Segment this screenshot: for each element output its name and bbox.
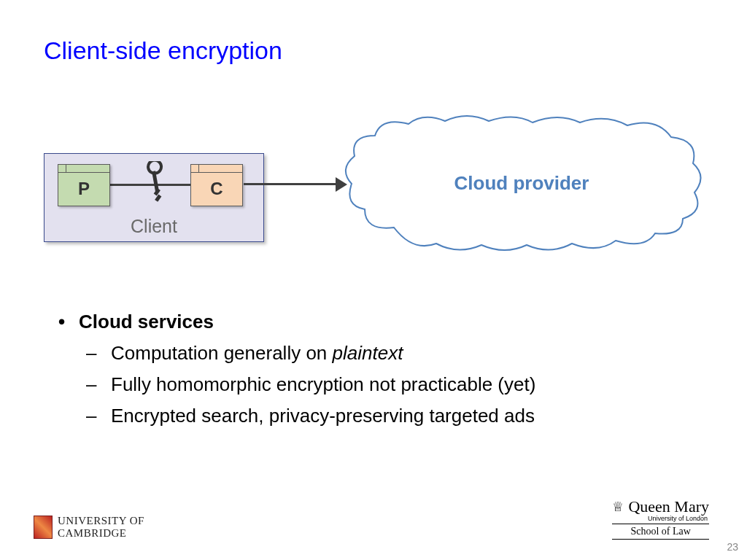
bullet-list: Cloud services Computation generally on … — [58, 306, 535, 432]
qm-school: School of Law — [612, 524, 709, 540]
crest-icon — [34, 516, 53, 539]
key-icon — [136, 161, 179, 205]
cambridge-line1: UNIVERSITY OF — [58, 515, 144, 527]
crown-icon: ♕ — [612, 499, 624, 515]
plaintext-box: P — [58, 164, 110, 206]
bullet-text-italic: plaintext — [333, 342, 403, 364]
bullet-item: Encrypted search, privacy-preserving tar… — [86, 400, 535, 432]
ciphertext-box: C — [190, 164, 243, 206]
bullet-text: Computation generally on — [111, 342, 333, 364]
arrow-line — [244, 183, 338, 185]
bullet-item: Computation generally on plaintext — [86, 338, 535, 369]
slide-title: Client-side encryption — [44, 36, 282, 65]
client-box: P C Client — [44, 153, 264, 242]
footer-cambridge-logo: UNIVERSITY OF CAMBRIDGE — [34, 515, 144, 540]
svg-rect-2 — [154, 188, 160, 195]
bullet-item: Fully homomorphic encryption not practic… — [86, 369, 535, 400]
plaintext-label: P — [58, 179, 109, 199]
diagram: P C Client Cloud provider — [44, 153, 708, 277]
cloud-label: Cloud provider — [336, 172, 708, 195]
client-label: Client — [44, 216, 263, 237]
page-number: 23 — [727, 541, 738, 553]
svg-rect-3 — [155, 195, 161, 202]
footer-queenmary-logo: ♕ Queen Mary University of London School… — [612, 497, 709, 540]
qm-sub: University of London — [612, 515, 709, 522]
cambridge-line2: CAMBRIDGE — [58, 527, 144, 540]
bullet-heading: Cloud services — [58, 306, 535, 338]
ciphertext-label: C — [191, 179, 242, 199]
qm-name: Queen Mary — [628, 497, 709, 516]
